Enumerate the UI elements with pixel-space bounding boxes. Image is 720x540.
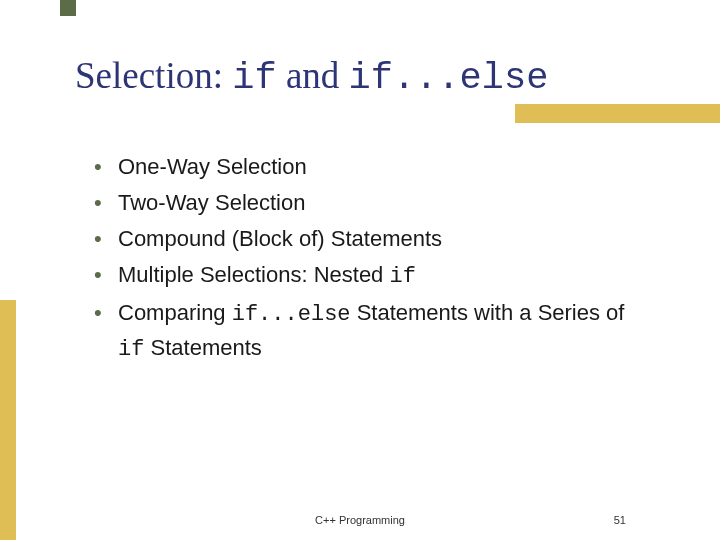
plain-text: Comparing bbox=[118, 300, 232, 325]
accent-left-bar bbox=[0, 300, 16, 540]
footer-text: C++ Programming bbox=[0, 514, 720, 526]
list-item: Comparing if...else Statements with a Se… bbox=[90, 296, 650, 366]
code-text: if bbox=[118, 337, 144, 362]
list-item: Multiple Selections: Nested if bbox=[90, 258, 650, 293]
title-code-if: if bbox=[232, 57, 276, 99]
slide: Selection: if and if...else One-Way Sele… bbox=[0, 0, 720, 540]
title-text-prefix: Selection: bbox=[75, 55, 232, 96]
code-text: if...else bbox=[232, 302, 351, 327]
code-text: if bbox=[389, 264, 415, 289]
list-item: Compound (Block of) Statements bbox=[90, 222, 650, 255]
plain-text: Compound (Block of) Statements bbox=[118, 226, 442, 251]
accent-top-bar bbox=[60, 0, 76, 16]
title-code-ifelse: if...else bbox=[349, 57, 549, 99]
plain-text: Two-Way Selection bbox=[118, 190, 305, 215]
plain-text: Statements bbox=[144, 335, 261, 360]
page-number: 51 bbox=[614, 514, 626, 526]
accent-right-bar bbox=[515, 104, 720, 123]
slide-title: Selection: if and if...else bbox=[75, 54, 660, 99]
plain-text: Statements with a Series of bbox=[351, 300, 625, 325]
plain-text: One-Way Selection bbox=[118, 154, 307, 179]
content-area: One-Way SelectionTwo-Way SelectionCompou… bbox=[90, 150, 650, 369]
plain-text: Multiple Selections: Nested bbox=[118, 262, 389, 287]
list-item: Two-Way Selection bbox=[90, 186, 650, 219]
title-text-mid: and bbox=[277, 55, 349, 96]
bullet-list: One-Way SelectionTwo-Way SelectionCompou… bbox=[90, 150, 650, 366]
list-item: One-Way Selection bbox=[90, 150, 650, 183]
